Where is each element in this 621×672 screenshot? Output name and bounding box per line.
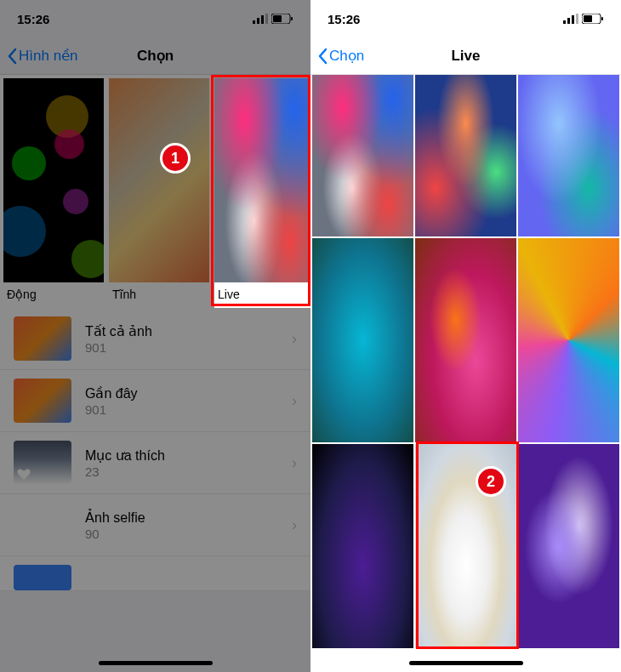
signal-icon xyxy=(563,14,578,24)
svg-rect-8 xyxy=(567,18,570,24)
category-label: Động xyxy=(3,282,104,308)
back-label: Hình nền xyxy=(19,47,78,65)
svg-rect-5 xyxy=(273,15,282,22)
album-thumb xyxy=(14,565,71,590)
live-wallpaper-grid xyxy=(310,73,621,650)
album-live-photos[interactable] xyxy=(0,556,310,591)
status-time: 15:26 xyxy=(17,12,49,26)
svg-rect-12 xyxy=(584,15,592,22)
live-wallpaper-6[interactable] xyxy=(518,238,619,442)
album-count: 901 xyxy=(85,402,292,417)
chevron-right-icon: › xyxy=(292,516,297,534)
live-wallpaper-3[interactable] xyxy=(518,75,619,236)
battery-icon xyxy=(271,14,293,24)
svg-rect-9 xyxy=(572,15,574,24)
status-time: 15:26 xyxy=(328,12,360,26)
album-count: 23 xyxy=(85,464,292,479)
svg-rect-3 xyxy=(265,14,268,24)
back-button[interactable]: Hình nền xyxy=(0,47,78,65)
album-info: Mục ưa thích 23 xyxy=(85,447,292,479)
wallpaper-categories: Động Tĩnh Live xyxy=(0,75,310,308)
album-info: Gần đây 901 xyxy=(85,385,292,417)
status-icons xyxy=(253,14,293,24)
chevron-right-icon: › xyxy=(292,330,297,348)
album-thumb xyxy=(14,441,71,485)
back-label: Chọn xyxy=(329,47,364,65)
home-indicator[interactable] xyxy=(409,661,523,665)
live-wallpaper-5[interactable] xyxy=(415,238,516,442)
album-name: Ảnh selfie xyxy=(85,510,292,526)
album-thumb xyxy=(14,316,71,361)
category-thumb-live xyxy=(214,78,310,282)
nav-bar: Chọn Live xyxy=(310,37,621,75)
live-wallpaper-4[interactable] xyxy=(312,238,413,442)
home-indicator[interactable] xyxy=(99,661,213,665)
album-favorites[interactable]: Mục ưa thích 23 › xyxy=(0,432,310,494)
page-title: Live xyxy=(451,48,480,65)
album-name: Tất cả ảnh xyxy=(85,323,292,339)
svg-rect-2 xyxy=(261,15,264,24)
chevron-left-icon xyxy=(7,48,17,65)
svg-rect-0 xyxy=(253,20,255,24)
svg-rect-1 xyxy=(257,18,259,24)
chevron-right-icon: › xyxy=(292,454,297,472)
album-count: 90 xyxy=(85,527,292,541)
status-bar: 15:26 xyxy=(0,0,310,37)
page-title: Chọn xyxy=(137,47,174,65)
live-wallpaper-2[interactable] xyxy=(415,75,516,236)
album-recent[interactable]: Gần đây 901 › xyxy=(0,370,310,432)
chevron-right-icon: › xyxy=(292,392,297,410)
category-thumb-still xyxy=(109,78,209,282)
svg-rect-6 xyxy=(291,17,293,20)
album-info: Tất cả ảnh 901 xyxy=(85,323,292,355)
live-wallpaper-7[interactable] xyxy=(312,444,413,648)
category-dynamic[interactable]: Động xyxy=(3,78,104,308)
album-name: Gần đây xyxy=(85,385,292,401)
phone-screen-live: 15:26 Chọn Live 2 xyxy=(310,0,621,672)
nav-bar: Hình nền Chọn xyxy=(0,37,310,75)
chevron-left-icon xyxy=(317,48,328,65)
album-thumb xyxy=(14,379,71,423)
category-live[interactable]: Live xyxy=(214,78,310,308)
album-all-photos[interactable]: Tất cả ảnh 901 › xyxy=(0,308,310,370)
svg-rect-10 xyxy=(576,14,578,24)
live-wallpaper-1[interactable] xyxy=(312,75,413,236)
back-button[interactable]: Chọn xyxy=(310,47,364,65)
category-still[interactable]: Tĩnh xyxy=(109,78,209,308)
category-label: Live xyxy=(214,282,310,308)
album-thumb xyxy=(14,503,71,547)
status-bar: 15:26 xyxy=(310,0,621,37)
live-wallpaper-9[interactable] xyxy=(518,444,619,648)
album-selfies[interactable]: Ảnh selfie 90 › xyxy=(0,494,310,556)
svg-rect-7 xyxy=(563,20,566,24)
phone-screen-choose: 15:26 Hình nền Chọn Động Tĩnh xyxy=(0,0,310,672)
live-wallpaper-8[interactable] xyxy=(415,444,516,648)
category-label: Tĩnh xyxy=(109,282,209,308)
signal-icon xyxy=(253,14,268,24)
album-count: 901 xyxy=(85,340,292,355)
svg-rect-13 xyxy=(601,17,603,20)
heart-icon xyxy=(17,468,31,481)
album-name: Mục ưa thích xyxy=(85,447,292,464)
album-list: Tất cả ảnh 901 › Gần đây 901 › Mục ưa th… xyxy=(0,308,310,591)
battery-icon xyxy=(582,14,604,24)
category-thumb-dynamic xyxy=(3,78,104,282)
status-icons xyxy=(563,14,604,24)
album-info: Ảnh selfie 90 xyxy=(85,510,292,541)
